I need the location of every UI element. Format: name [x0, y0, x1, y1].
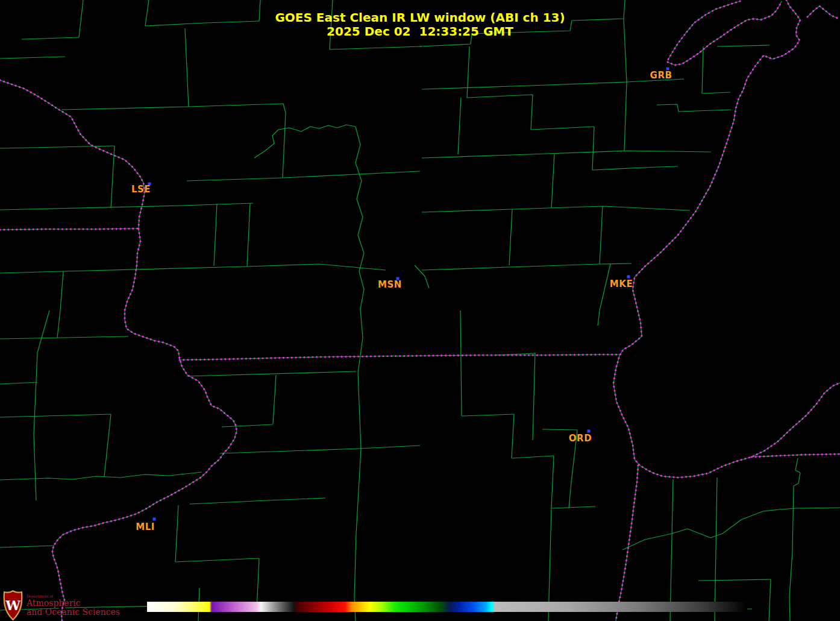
image-title: GOES East Clean IR LW window (ABI ch 13)…: [0, 11, 840, 39]
county-boundary-line: [61, 104, 286, 113]
county-boundary-line: [214, 204, 217, 266]
county-boundary-line: [698, 579, 771, 581]
county-boundary-line: [187, 371, 356, 376]
county-boundary-line: [175, 558, 259, 562]
county-boundary-line: [330, 46, 422, 49]
station-label-lse: LSE: [131, 184, 151, 195]
station-dot-mli: [153, 518, 156, 521]
county-boundary-line: [600, 206, 603, 264]
station-label-mli: MLI: [136, 522, 155, 532]
county-boundary-line: [670, 479, 673, 621]
county-boundary-line: [0, 336, 128, 339]
county-boundary-line: [0, 546, 53, 547]
logo-line-1: Atmospheric: [27, 599, 120, 608]
county-boundary-line: [467, 46, 594, 130]
county-boundary-line: [542, 429, 577, 430]
county-boundary-line: [57, 271, 63, 338]
county-boundary-line: [624, 82, 627, 151]
station-label-ord: ORD: [569, 433, 592, 444]
county-boundary-line: [220, 446, 420, 453]
county-boundary-line: [592, 166, 678, 170]
county-boundary-line: [622, 508, 840, 550]
county-boundary-line: [702, 46, 730, 93]
county-boundary-line: [273, 375, 276, 424]
county-boundary-line: [222, 424, 273, 427]
logo-line-2: and Oceanic Sciences: [27, 608, 120, 617]
state-border-underline: [0, 80, 237, 621]
county-boundary-line: [512, 414, 514, 458]
goes-satellite-viewer: GOES East Clean IR LW window (ABI ch 13)…: [0, 0, 840, 621]
county-boundary-line: [592, 127, 594, 170]
county-boundary-line: [247, 203, 250, 266]
county-boundary-line: [533, 353, 535, 440]
state-border-dotted-line: [616, 465, 638, 621]
county-boundary-line: [0, 382, 37, 384]
logo-dept-line: Department of: [27, 594, 120, 598]
state-border-dotted-line: [0, 80, 237, 621]
county-boundary-line: [104, 414, 111, 476]
state-border-dotted-line: [180, 355, 619, 360]
county-boundary-line: [0, 57, 65, 58]
county-boundary-line: [460, 310, 462, 416]
county-boundary-line: [715, 478, 717, 621]
county-boundary-line: [0, 271, 63, 273]
county-boundary-line: [354, 127, 364, 621]
county-boundary-line: [422, 263, 632, 270]
uw-aos-logo-text: Department of Atmospheric and Oceanic Sc…: [27, 590, 120, 617]
county-boundary-line: [175, 505, 178, 562]
county-boundary-line: [462, 414, 514, 416]
satellite-map: [0, 0, 840, 621]
county-boundary-line: [37, 310, 49, 353]
state-border-underline: [613, 0, 840, 478]
county-boundary-line: [551, 456, 554, 508]
county-boundary-line: [254, 125, 356, 158]
county-boundary-line: [0, 414, 111, 417]
county-boundary-line: [509, 209, 512, 265]
station-dot-ord: [588, 430, 591, 433]
uw-aos-logo: W Department of Atmospheric and Oceanic …: [3, 590, 120, 620]
station-dot-mke: [627, 276, 630, 279]
county-boundary-line: [63, 264, 386, 271]
county-boundary-line: [283, 171, 420, 178]
county-boundary-line: [512, 456, 554, 458]
county-boundary-line: [422, 206, 690, 212]
county-boundary-line: [422, 151, 711, 158]
county-boundary-line: [0, 203, 253, 210]
station-label-grb: GRB: [650, 70, 672, 81]
county-boundary-line: [717, 45, 769, 46]
title-line-2: 2025 Dec 02 12:33:25 GMT: [0, 25, 840, 39]
county-boundary-line: [415, 265, 429, 288]
county-boundary-line: [283, 113, 286, 178]
county-boundary-line: [458, 98, 461, 154]
county-boundary-line: [185, 28, 189, 107]
county-boundary-line: [657, 104, 731, 112]
county-boundary-line: [551, 506, 595, 508]
county-boundary-line: [190, 498, 325, 504]
state-border-dotted-line: [751, 454, 840, 457]
county-boundary-line: [789, 458, 800, 621]
county-boundary-line: [187, 178, 283, 181]
station-label-msn: MSN: [378, 279, 402, 290]
county-boundary-line: [769, 579, 771, 621]
county-boundary-line: [598, 264, 610, 326]
title-line-1: GOES East Clean IR LW window (ABI ch 13): [0, 11, 840, 25]
county-boundary-line: [551, 154, 554, 208]
county-boundary-line: [422, 79, 684, 89]
state-border-dotted-line: [613, 0, 840, 478]
svg-text:W: W: [5, 597, 20, 613]
uw-crest-icon: W: [3, 590, 23, 620]
ir-enhancement-colorbar: [147, 602, 747, 612]
station-label-mke: MKE: [610, 279, 633, 289]
county-boundary-line: [0, 472, 202, 480]
